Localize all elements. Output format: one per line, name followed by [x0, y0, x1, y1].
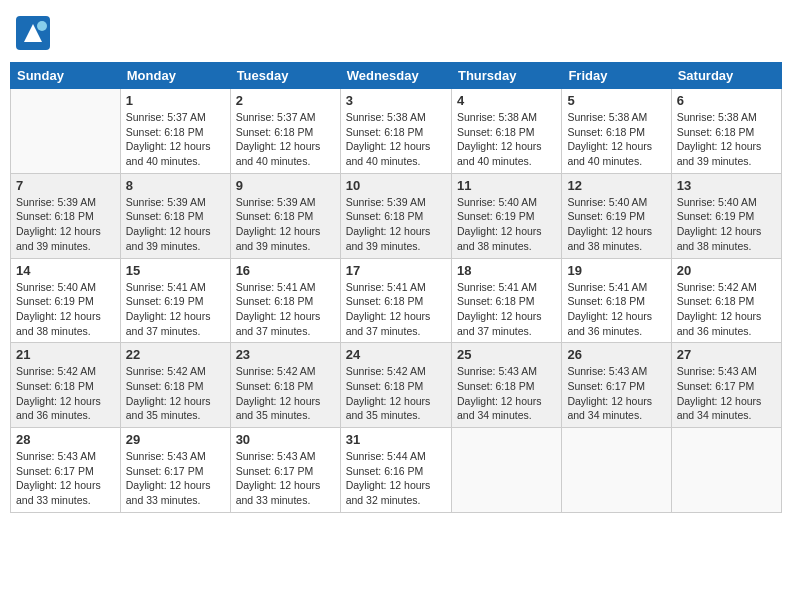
- day-number: 10: [346, 178, 446, 193]
- day-info: Sunrise: 5:39 AM Sunset: 6:18 PM Dayligh…: [236, 195, 335, 254]
- day-info: Sunrise: 5:39 AM Sunset: 6:18 PM Dayligh…: [346, 195, 446, 254]
- calendar-cell: 4Sunrise: 5:38 AM Sunset: 6:18 PM Daylig…: [451, 89, 561, 174]
- day-number: 17: [346, 263, 446, 278]
- calendar-cell: 8Sunrise: 5:39 AM Sunset: 6:18 PM Daylig…: [120, 173, 230, 258]
- svg-point-2: [37, 21, 47, 31]
- day-number: 1: [126, 93, 225, 108]
- day-info: Sunrise: 5:39 AM Sunset: 6:18 PM Dayligh…: [126, 195, 225, 254]
- day-info: Sunrise: 5:37 AM Sunset: 6:18 PM Dayligh…: [236, 110, 335, 169]
- calendar-cell: 3Sunrise: 5:38 AM Sunset: 6:18 PM Daylig…: [340, 89, 451, 174]
- day-number: 26: [567, 347, 665, 362]
- calendar-cell: 24Sunrise: 5:42 AM Sunset: 6:18 PM Dayli…: [340, 343, 451, 428]
- calendar-cell: 13Sunrise: 5:40 AM Sunset: 6:19 PM Dayli…: [671, 173, 781, 258]
- calendar-cell: 5Sunrise: 5:38 AM Sunset: 6:18 PM Daylig…: [562, 89, 671, 174]
- day-header-sunday: Sunday: [11, 63, 121, 89]
- day-number: 6: [677, 93, 776, 108]
- calendar-cell: [11, 89, 121, 174]
- calendar-cell: 16Sunrise: 5:41 AM Sunset: 6:18 PM Dayli…: [230, 258, 340, 343]
- calendar-cell: 15Sunrise: 5:41 AM Sunset: 6:19 PM Dayli…: [120, 258, 230, 343]
- calendar-cell: 7Sunrise: 5:39 AM Sunset: 6:18 PM Daylig…: [11, 173, 121, 258]
- calendar-cell: [671, 428, 781, 513]
- day-number: 16: [236, 263, 335, 278]
- day-number: 24: [346, 347, 446, 362]
- day-info: Sunrise: 5:43 AM Sunset: 6:17 PM Dayligh…: [126, 449, 225, 508]
- day-number: 7: [16, 178, 115, 193]
- day-info: Sunrise: 5:40 AM Sunset: 6:19 PM Dayligh…: [677, 195, 776, 254]
- day-info: Sunrise: 5:42 AM Sunset: 6:18 PM Dayligh…: [126, 364, 225, 423]
- day-number: 27: [677, 347, 776, 362]
- calendar-cell: 2Sunrise: 5:37 AM Sunset: 6:18 PM Daylig…: [230, 89, 340, 174]
- day-header-tuesday: Tuesday: [230, 63, 340, 89]
- calendar-cell: 17Sunrise: 5:41 AM Sunset: 6:18 PM Dayli…: [340, 258, 451, 343]
- calendar-cell: 1Sunrise: 5:37 AM Sunset: 6:18 PM Daylig…: [120, 89, 230, 174]
- day-info: Sunrise: 5:43 AM Sunset: 6:17 PM Dayligh…: [16, 449, 115, 508]
- day-info: Sunrise: 5:44 AM Sunset: 6:16 PM Dayligh…: [346, 449, 446, 508]
- calendar-cell: 20Sunrise: 5:42 AM Sunset: 6:18 PM Dayli…: [671, 258, 781, 343]
- day-info: Sunrise: 5:43 AM Sunset: 6:17 PM Dayligh…: [567, 364, 665, 423]
- day-info: Sunrise: 5:38 AM Sunset: 6:18 PM Dayligh…: [567, 110, 665, 169]
- day-number: 18: [457, 263, 556, 278]
- day-number: 19: [567, 263, 665, 278]
- day-number: 31: [346, 432, 446, 447]
- calendar-cell: 30Sunrise: 5:43 AM Sunset: 6:17 PM Dayli…: [230, 428, 340, 513]
- day-number: 8: [126, 178, 225, 193]
- day-header-thursday: Thursday: [451, 63, 561, 89]
- calendar-cell: 14Sunrise: 5:40 AM Sunset: 6:19 PM Dayli…: [11, 258, 121, 343]
- calendar-cell: 28Sunrise: 5:43 AM Sunset: 6:17 PM Dayli…: [11, 428, 121, 513]
- day-info: Sunrise: 5:41 AM Sunset: 6:18 PM Dayligh…: [346, 280, 446, 339]
- calendar-cell: [562, 428, 671, 513]
- day-info: Sunrise: 5:38 AM Sunset: 6:18 PM Dayligh…: [346, 110, 446, 169]
- calendar-cell: 21Sunrise: 5:42 AM Sunset: 6:18 PM Dayli…: [11, 343, 121, 428]
- day-number: 28: [16, 432, 115, 447]
- day-number: 23: [236, 347, 335, 362]
- logo-icon: [14, 14, 52, 52]
- day-number: 5: [567, 93, 665, 108]
- calendar-cell: 22Sunrise: 5:42 AM Sunset: 6:18 PM Dayli…: [120, 343, 230, 428]
- day-header-friday: Friday: [562, 63, 671, 89]
- day-number: 14: [16, 263, 115, 278]
- day-info: Sunrise: 5:41 AM Sunset: 6:18 PM Dayligh…: [567, 280, 665, 339]
- day-info: Sunrise: 5:38 AM Sunset: 6:18 PM Dayligh…: [457, 110, 556, 169]
- day-info: Sunrise: 5:38 AM Sunset: 6:18 PM Dayligh…: [677, 110, 776, 169]
- day-info: Sunrise: 5:43 AM Sunset: 6:17 PM Dayligh…: [236, 449, 335, 508]
- day-number: 2: [236, 93, 335, 108]
- day-number: 22: [126, 347, 225, 362]
- day-info: Sunrise: 5:40 AM Sunset: 6:19 PM Dayligh…: [16, 280, 115, 339]
- day-info: Sunrise: 5:39 AM Sunset: 6:18 PM Dayligh…: [16, 195, 115, 254]
- calendar-cell: 19Sunrise: 5:41 AM Sunset: 6:18 PM Dayli…: [562, 258, 671, 343]
- calendar-cell: 9Sunrise: 5:39 AM Sunset: 6:18 PM Daylig…: [230, 173, 340, 258]
- calendar-cell: [451, 428, 561, 513]
- calendar-cell: 31Sunrise: 5:44 AM Sunset: 6:16 PM Dayli…: [340, 428, 451, 513]
- day-header-monday: Monday: [120, 63, 230, 89]
- day-header-saturday: Saturday: [671, 63, 781, 89]
- day-info: Sunrise: 5:42 AM Sunset: 6:18 PM Dayligh…: [16, 364, 115, 423]
- calendar-cell: 10Sunrise: 5:39 AM Sunset: 6:18 PM Dayli…: [340, 173, 451, 258]
- day-number: 30: [236, 432, 335, 447]
- calendar-cell: 12Sunrise: 5:40 AM Sunset: 6:19 PM Dayli…: [562, 173, 671, 258]
- calendar-cell: 25Sunrise: 5:43 AM Sunset: 6:18 PM Dayli…: [451, 343, 561, 428]
- day-info: Sunrise: 5:41 AM Sunset: 6:18 PM Dayligh…: [236, 280, 335, 339]
- calendar-cell: 11Sunrise: 5:40 AM Sunset: 6:19 PM Dayli…: [451, 173, 561, 258]
- day-number: 9: [236, 178, 335, 193]
- day-info: Sunrise: 5:42 AM Sunset: 6:18 PM Dayligh…: [346, 364, 446, 423]
- day-info: Sunrise: 5:42 AM Sunset: 6:18 PM Dayligh…: [677, 280, 776, 339]
- day-number: 21: [16, 347, 115, 362]
- day-info: Sunrise: 5:40 AM Sunset: 6:19 PM Dayligh…: [457, 195, 556, 254]
- day-info: Sunrise: 5:43 AM Sunset: 6:17 PM Dayligh…: [677, 364, 776, 423]
- day-number: 20: [677, 263, 776, 278]
- calendar-cell: 23Sunrise: 5:42 AM Sunset: 6:18 PM Dayli…: [230, 343, 340, 428]
- calendar-cell: 6Sunrise: 5:38 AM Sunset: 6:18 PM Daylig…: [671, 89, 781, 174]
- day-number: 13: [677, 178, 776, 193]
- day-number: 25: [457, 347, 556, 362]
- day-header-wednesday: Wednesday: [340, 63, 451, 89]
- logo: [14, 14, 56, 56]
- calendar-cell: 27Sunrise: 5:43 AM Sunset: 6:17 PM Dayli…: [671, 343, 781, 428]
- day-info: Sunrise: 5:41 AM Sunset: 6:18 PM Dayligh…: [457, 280, 556, 339]
- day-info: Sunrise: 5:42 AM Sunset: 6:18 PM Dayligh…: [236, 364, 335, 423]
- day-info: Sunrise: 5:41 AM Sunset: 6:19 PM Dayligh…: [126, 280, 225, 339]
- day-info: Sunrise: 5:40 AM Sunset: 6:19 PM Dayligh…: [567, 195, 665, 254]
- calendar-cell: 29Sunrise: 5:43 AM Sunset: 6:17 PM Dayli…: [120, 428, 230, 513]
- day-info: Sunrise: 5:43 AM Sunset: 6:18 PM Dayligh…: [457, 364, 556, 423]
- day-number: 29: [126, 432, 225, 447]
- day-number: 12: [567, 178, 665, 193]
